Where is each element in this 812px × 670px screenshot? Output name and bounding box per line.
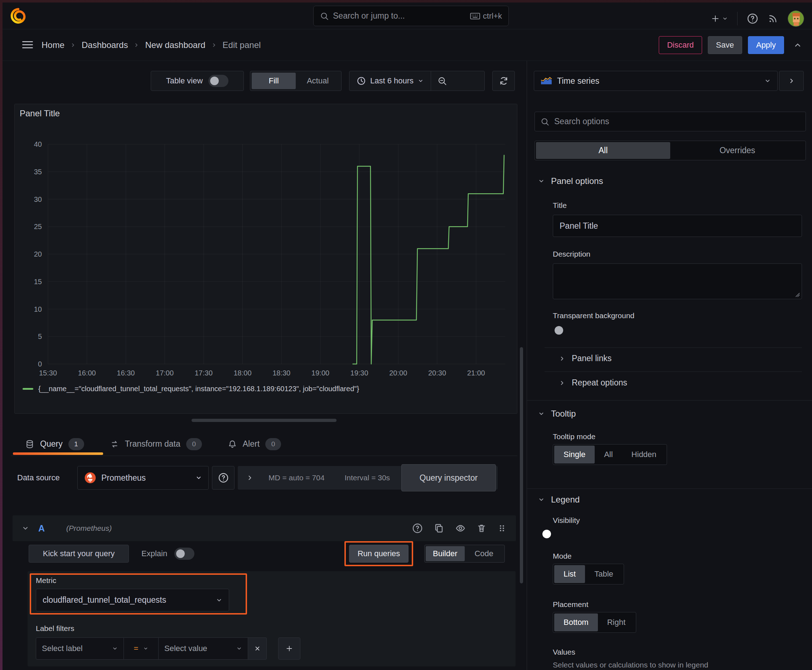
repeat-options-section[interactable]: Repeat options: [559, 378, 627, 387]
query-help-button[interactable]: [412, 523, 423, 534]
y-tick-label: 25: [34, 223, 42, 230]
vertical-scrollbar[interactable]: [520, 347, 523, 584]
grafana-logo-icon[interactable]: [10, 7, 27, 25]
alert-count-badge: 0: [265, 438, 281, 450]
explain-toggle-group: Explain: [141, 545, 194, 563]
help-button[interactable]: [747, 13, 758, 24]
placement-right-option[interactable]: Right: [598, 613, 635, 631]
datasource-help-button[interactable]: [212, 466, 234, 490]
y-tick-label: 0: [38, 360, 42, 368]
clock-icon: [357, 76, 366, 86]
panel-links-section[interactable]: Panel links: [559, 354, 612, 363]
fill-option[interactable]: Fill: [252, 73, 296, 89]
time-series-chart[interactable]: 051015202530354015:3016:0016:3017:0017:3…: [15, 104, 517, 413]
chevron-right-icon[interactable]: [246, 474, 253, 481]
tooltip-single-option[interactable]: Single: [554, 446, 595, 464]
legend-list-option[interactable]: List: [554, 565, 585, 583]
breadcrumb-new-dashboard[interactable]: New dashboard: [145, 40, 205, 50]
datasource-select[interactable]: Prometheus: [77, 466, 209, 490]
collapse-options-button[interactable]: [793, 41, 802, 49]
table-view-label: Table view: [166, 76, 203, 86]
toggle-query-visibility-button[interactable]: [455, 523, 466, 534]
breadcrumb-dashboards[interactable]: Dashboards: [81, 40, 128, 50]
values-hint: Select values or calculations to show in…: [553, 661, 708, 669]
close-icon: [254, 645, 261, 652]
chevron-down-icon[interactable]: [22, 524, 29, 532]
add-filter-button[interactable]: [278, 638, 300, 660]
query-ref-id[interactable]: A: [38, 523, 45, 534]
new-button[interactable]: [711, 14, 728, 23]
legend-section-header[interactable]: Legend: [538, 495, 580, 505]
placement-bottom-option[interactable]: Bottom: [554, 613, 598, 631]
breadcrumb-home[interactable]: Home: [42, 40, 64, 50]
chevron-down-icon: [418, 78, 424, 84]
delete-query-button[interactable]: [476, 523, 487, 534]
description-field-wrap: [553, 264, 802, 299]
metric-select[interactable]: cloudflared_tunnel_total_requests: [36, 589, 229, 611]
query-count-badge: 1: [68, 438, 84, 450]
news-button[interactable]: [768, 13, 778, 24]
panel-options-section-header[interactable]: Panel options: [538, 176, 603, 186]
active-tab-underline: [13, 452, 103, 455]
global-search[interactable]: ctrl+k: [313, 6, 509, 26]
legend-series-label[interactable]: {__name__="cloudflared_tunnel_total_requ…: [38, 385, 359, 393]
discard-button[interactable]: Discard: [659, 36, 702, 54]
toggle-viz-picker-button[interactable]: [779, 71, 804, 91]
y-tick-label: 5: [38, 333, 42, 340]
series-line[interactable]: [353, 155, 504, 364]
options-search-input[interactable]: [554, 117, 800, 126]
tab-query[interactable]: Query 1: [25, 438, 84, 450]
zoom-out-time-button[interactable]: [431, 71, 453, 91]
y-tick-label: 30: [34, 195, 42, 203]
query-row-header[interactable]: A (Prometheus): [12, 515, 516, 541]
time-range-picker[interactable]: Last 6 hours: [349, 71, 431, 91]
panel-title-input[interactable]: [553, 215, 802, 237]
help-icon: [218, 472, 229, 483]
tooltip-section-header[interactable]: Tooltip: [538, 409, 576, 419]
drag-handle[interactable]: [497, 523, 507, 534]
plus-icon: [711, 14, 720, 23]
legend-table-option[interactable]: Table: [585, 565, 622, 583]
query-inspector-button[interactable]: Query inspector: [401, 464, 496, 491]
options-sidebar: Time series All Overrides Panel options …: [527, 61, 812, 670]
kick-start-query-button[interactable]: Kick start your query: [29, 545, 129, 563]
duplicate-query-button[interactable]: [434, 523, 444, 534]
tab-transform[interactable]: Transform data 0: [110, 438, 202, 450]
apply-button[interactable]: Apply: [748, 36, 784, 54]
panel-description-input[interactable]: [553, 264, 802, 299]
transparent-bg-label: Transparent background: [553, 311, 634, 320]
select-value-dropdown[interactable]: Select value: [159, 638, 248, 660]
top-nav-actions: [711, 5, 804, 32]
legend-mode-label: Mode: [553, 552, 572, 560]
metric-label: Metric: [36, 576, 56, 585]
avatar[interactable]: [788, 10, 804, 27]
tooltip-hidden-option[interactable]: Hidden: [622, 446, 666, 464]
run-queries-button[interactable]: Run queries: [349, 545, 409, 563]
table-view-toggle[interactable]: [209, 75, 229, 87]
tab-alert[interactable]: Alert 0: [228, 438, 281, 450]
tab-overrides[interactable]: Overrides: [670, 142, 805, 159]
bell-icon: [228, 439, 237, 449]
visualization-picker[interactable]: Time series: [534, 71, 778, 91]
actual-option[interactable]: Actual: [296, 73, 340, 89]
metric-value: cloudflared_tunnel_total_requests: [42, 595, 211, 605]
save-button[interactable]: Save: [708, 36, 742, 54]
builder-option[interactable]: Builder: [425, 546, 465, 561]
horizontal-resize-handle[interactable]: [192, 419, 337, 422]
global-search-input[interactable]: [333, 11, 466, 21]
transform-count-badge: 0: [186, 438, 202, 450]
menu-icon[interactable]: [21, 39, 34, 51]
options-search[interactable]: [534, 112, 806, 131]
resize-handle-icon[interactable]: [795, 293, 800, 297]
explain-toggle[interactable]: [175, 548, 194, 560]
select-label-dropdown[interactable]: Select label: [36, 638, 124, 660]
tab-alert-label: Alert: [243, 439, 259, 449]
refresh-button[interactable]: [492, 71, 515, 91]
legend-series-swatch[interactable]: [22, 388, 33, 390]
tooltip-all-option[interactable]: All: [595, 446, 622, 464]
code-option[interactable]: Code: [465, 546, 504, 561]
operator-dropdown[interactable]: =: [124, 638, 159, 660]
tab-all[interactable]: All: [536, 142, 670, 159]
query-row-actions: [412, 523, 507, 534]
remove-filter-button[interactable]: [248, 638, 267, 660]
